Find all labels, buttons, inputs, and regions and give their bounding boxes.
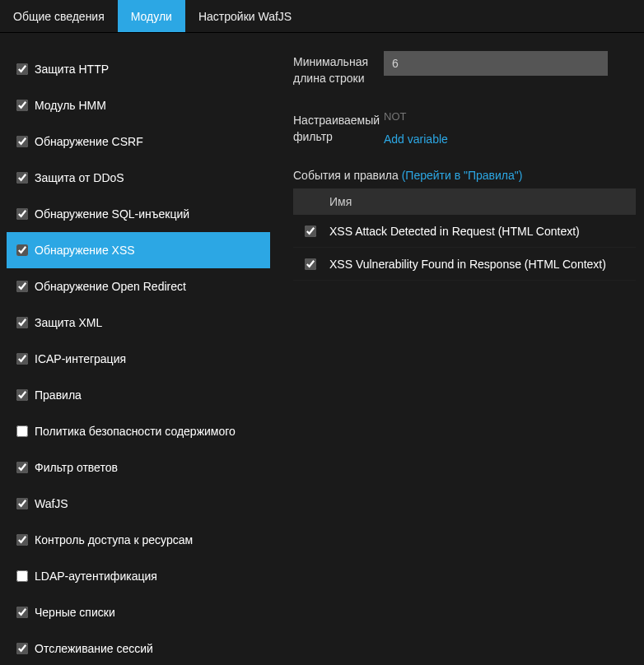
module-label-14: LDAP-аутентификация	[35, 570, 157, 583]
custom-filter-value: NOT Add variable	[384, 109, 448, 146]
module-label-12: WafJS	[35, 497, 68, 510]
event-label-0: XSS Attack Detected in Request (HTML Con…	[329, 225, 580, 238]
module-item-15[interactable]: Черные списки	[7, 594, 270, 630]
events-rows: XSS Attack Detected in Request (HTML Con…	[293, 215, 636, 281]
module-label-9: Правила	[35, 388, 82, 402]
event-row-1[interactable]: XSS Vulnerability Found in Response (HTM…	[293, 248, 636, 281]
module-label-1: Модуль HMM	[35, 99, 106, 112]
custom-filter-row: Настраиваемый фильтр NOT Add variable	[293, 109, 636, 146]
module-checkbox-13[interactable]	[16, 534, 28, 546]
module-checkbox-7[interactable]	[16, 317, 28, 328]
module-checkbox-11[interactable]	[16, 462, 28, 473]
events-title: События и правила	[293, 169, 399, 182]
module-label-7: Защита XML	[35, 316, 102, 329]
module-checkbox-10[interactable]	[16, 426, 28, 437]
module-label-4: Обнаружение SQL-инъекций	[35, 207, 189, 221]
module-checkbox-16[interactable]	[16, 643, 28, 654]
module-list: Защита HTTPМодуль HMMОбнаружение CSRFЗащ…	[0, 33, 270, 665]
module-item-9[interactable]: Правила	[7, 377, 270, 413]
module-settings: Минимальная длина строки Настраиваемый ф…	[270, 33, 644, 665]
module-item-0[interactable]: Защита HTTP	[7, 51, 270, 87]
module-checkbox-14[interactable]	[16, 570, 28, 582]
event-label-1: XSS Vulnerability Found in Response (HTM…	[329, 258, 606, 271]
module-checkbox-6[interactable]	[16, 281, 28, 292]
module-checkbox-5[interactable]	[16, 244, 28, 256]
add-variable-link[interactable]: Add variable	[384, 133, 448, 146]
module-label-2: Обнаружение CSRF	[35, 135, 143, 148]
module-item-12[interactable]: WafJS	[7, 486, 270, 522]
min-length-row: Минимальная длина строки	[293, 51, 636, 86]
module-item-2[interactable]: Обнаружение CSRF	[7, 123, 270, 160]
module-item-8[interactable]: ICAP-интеграция	[7, 341, 270, 377]
module-checkbox-4[interactable]	[16, 208, 28, 220]
tab-1[interactable]: Модули	[118, 0, 185, 32]
module-item-16[interactable]: Отслеживание сессий	[7, 630, 270, 665]
module-label-8: ICAP-интеграция	[35, 352, 126, 365]
event-checkbox-1[interactable]	[305, 258, 316, 270]
event-checkbox-0[interactable]	[305, 226, 316, 237]
module-item-11[interactable]: Фильтр ответов	[7, 449, 270, 486]
module-item-10[interactable]: Политика безопасности содержимого	[7, 413, 270, 449]
module-label-13: Контроль доступа к ресурсам	[35, 533, 193, 546]
module-label-16: Отслеживание сессий	[35, 642, 153, 655]
filter-not-tag: NOT	[384, 110, 406, 123]
min-length-label: Минимальная длина строки	[293, 51, 384, 86]
module-item-3[interactable]: Защита от DDoS	[7, 160, 270, 196]
module-label-15: Черные списки	[35, 606, 115, 619]
module-checkbox-1[interactable]	[16, 100, 28, 111]
event-row-0[interactable]: XSS Attack Detected in Request (HTML Con…	[293, 215, 636, 248]
events-header: События и правила (Перейти в "Правила")	[293, 169, 636, 182]
module-item-7[interactable]: Защита XML	[7, 305, 270, 341]
module-label-3: Защита от DDoS	[35, 171, 124, 184]
custom-filter-label: Настраиваемый фильтр	[293, 109, 384, 145]
module-item-1[interactable]: Модуль HMM	[7, 87, 270, 123]
module-label-11: Фильтр ответов	[35, 461, 118, 474]
events-col-name: Имя	[329, 195, 352, 208]
module-label-0: Защита HTTP	[35, 63, 109, 76]
module-item-13[interactable]: Контроль доступа к ресурсам	[7, 522, 270, 558]
module-checkbox-15[interactable]	[16, 607, 28, 618]
events-table-head: Имя	[293, 188, 636, 215]
module-checkbox-12[interactable]	[16, 498, 28, 509]
tab-bar: Общие сведенияМодулиНастройки WafJS	[0, 0, 644, 33]
module-item-6[interactable]: Обнаружение Open Redirect	[7, 268, 270, 305]
module-item-5[interactable]: Обнаружение XSS	[7, 232, 270, 268]
module-item-14[interactable]: LDAP-аутентификация	[7, 558, 270, 594]
module-label-10: Политика безопасности содержимого	[35, 425, 236, 438]
min-length-input[interactable]	[384, 51, 608, 76]
events-section: События и правила (Перейти в "Правила") …	[293, 169, 636, 281]
module-checkbox-0[interactable]	[16, 63, 28, 75]
tab-0[interactable]: Общие сведения	[0, 0, 118, 32]
module-label-6: Обнаружение Open Redirect	[35, 280, 186, 293]
module-label-5: Обнаружение XSS	[35, 244, 135, 257]
module-checkbox-9[interactable]	[16, 389, 28, 401]
events-rules-link[interactable]: (Перейти в "Правила")	[402, 169, 523, 182]
module-item-4[interactable]: Обнаружение SQL-инъекций	[7, 196, 270, 232]
module-checkbox-2[interactable]	[16, 136, 28, 147]
module-checkbox-8[interactable]	[16, 353, 28, 365]
tab-2[interactable]: Настройки WafJS	[185, 0, 305, 32]
module-checkbox-3[interactable]	[16, 172, 28, 184]
